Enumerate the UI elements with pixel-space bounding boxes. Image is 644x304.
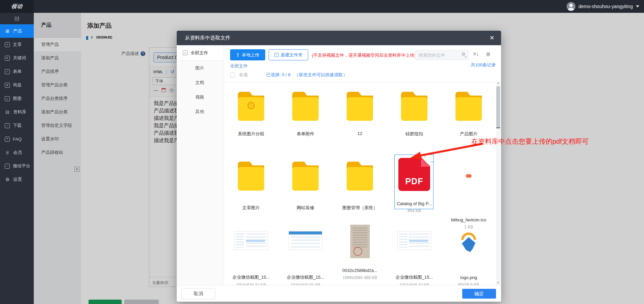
folder-thumbnail [401, 92, 427, 121]
folder-thumbnail [292, 92, 319, 121]
folder-thumbnail [238, 162, 264, 191]
sidebar-item-products[interactable]: ⊞产品 [0, 24, 34, 38]
file-name: 企业微信截图_15... [224, 274, 278, 280]
sidebar-item-faq[interactable]: ?FAQ [0, 132, 34, 146]
sidebar-item-settings[interactable]: ⚙设置 [0, 173, 34, 186]
sidebar-item-wechat[interactable]: ⋯微信平台 [0, 159, 34, 173]
local-upload-button[interactable]: ↥ 本地上传 [230, 49, 265, 60]
double-click-hint: （双击文件可以快速选取） [295, 72, 347, 78]
nav-item-videos[interactable]: 视频 [177, 90, 224, 104]
app-root: 产品 管理产品添加产品产品排序管理产品分类产品分类排序添加产品分类管理自定义字段… [0, 0, 644, 304]
file-item[interactable]: 企业微信截图_15...1004x538 32 KB [224, 225, 278, 287]
sidebar-item-articles[interactable]: ≡文章 [0, 38, 34, 51]
articles-icon: ≡ [5, 42, 10, 47]
file-item[interactable]: 企业微信截图_15...1004x538 32 KB [387, 225, 441, 287]
sidebar-item-label: 关键词 [13, 55, 26, 61]
modal-footer: 取消 确定 [177, 285, 501, 302]
members-icon: ♕ [5, 150, 10, 155]
new-folder-button[interactable]: + 新建文件夹 [269, 49, 308, 60]
confirm-button[interactable]: 确定 [462, 289, 496, 299]
folder-item[interactable]: 产品图片 [442, 89, 496, 137]
sidebar-items: ⊞产品≡文章K关键词✓表单¥询盘▵图册⊟资料库↓下载?FAQ♕会员⋯微信平台⚙设… [0, 24, 34, 186]
folder-item[interactable]: 硅胶纽扣 [387, 89, 441, 137]
file-name: 表单附件 [278, 131, 332, 137]
nav-item-documents[interactable]: 文档 [177, 75, 224, 90]
wechat-icon: ⋯ [5, 164, 10, 169]
folder-item[interactable]: 表单附件 [278, 89, 332, 137]
folder-thumbnail [347, 162, 373, 191]
file-picker-modal: 从资料库中选取文件 ✕ ≡ 全部文件 图片文档视频其他 ↥ 本地上传 + 新建文… [177, 31, 501, 302]
file-item-pdf[interactable]: PDFCatalog of Big P...954 KB [387, 155, 441, 213]
sidebar-item-label: 资料库 [13, 109, 26, 115]
topbar: 领动 demo-shouhou-yangyiting [0, 0, 644, 13]
modal-body: ↥ 本地上传 + 新建文件夹 (不支持视频文件，请开通视频空间后去资料库中上传)… [224, 45, 501, 285]
file-name: 12 [333, 131, 387, 136]
folder-item[interactable]: 图册管理（系统） [333, 155, 387, 211]
scrollbar-thumb[interactable] [496, 86, 500, 128]
username: demo-shouhou-yangyiting [578, 4, 633, 9]
sidebar: ⊞产品≡文章K关键词✓表单¥询盘▵图册⊟资料库↓下载?FAQ♕会员⋯微信平台⚙设… [0, 13, 34, 304]
file-item[interactable]: 企业微信截图_15...1920x920 91 KB [278, 225, 332, 287]
file-name: 网站装修 [278, 205, 332, 211]
sidebar-collapse-icon[interactable] [0, 13, 34, 24]
file-item[interactable]: bitbug_favicon.ico1 KB [442, 155, 496, 229]
app-logo: 领动 [11, 3, 23, 10]
sidebar-item-label: 询盘 [13, 82, 22, 88]
folder-item[interactable]: ⚙系统图片分组 [224, 89, 278, 137]
scroll-down-icon[interactable]: ∨ [496, 280, 500, 285]
scroll-up-icon[interactable]: ∧ [496, 81, 500, 86]
file-name: 0032c2588bd2a... [333, 268, 387, 273]
shot-list-thumbnail [234, 231, 268, 250]
upload-icon: ↥ [236, 52, 240, 57]
breadcrumb[interactable]: 全部文件 [230, 63, 248, 69]
close-icon[interactable]: ✕ [488, 34, 496, 43]
nav-item-others[interactable]: 其他 [177, 104, 224, 119]
inquiries-icon: ¥ [5, 83, 10, 88]
search-icon[interactable] [462, 53, 465, 56]
nav-item-images[interactable]: 图片 [177, 61, 224, 75]
folder-item[interactable]: 文章图片 [224, 155, 278, 211]
nav-item-all-files[interactable]: ≡ 全部文件 [177, 45, 224, 61]
user-menu[interactable]: demo-shouhou-yangyiting [567, 0, 639, 13]
file-name: logo.png [442, 275, 496, 280]
folder-item[interactable]: 12 [333, 89, 387, 136]
select-all-checkbox[interactable] [230, 73, 235, 78]
file-name: 企业微信截图_15... [278, 274, 332, 280]
file-name: 企业微信截图_15... [387, 274, 441, 280]
albums-icon: ▵ [5, 96, 10, 101]
sidebar-item-keywords[interactable]: K关键词 [0, 51, 34, 65]
modal-header: 从资料库中选取文件 ✕ [177, 31, 501, 45]
sidebar-item-forms[interactable]: ✓表单 [0, 65, 34, 78]
settings-icon: ⚙ [5, 177, 10, 182]
scrollbar[interactable]: ∧ ∨ [496, 81, 500, 285]
select-all-label: 全选 [239, 72, 248, 78]
records-count: 共100条记录 [471, 62, 496, 68]
folder-thumbnail [347, 92, 373, 121]
folder-item[interactable]: 网站装修 [278, 155, 332, 211]
keywords-icon: K [5, 56, 10, 61]
file-item[interactable]: logo.png60x59 6 KB [442, 225, 496, 287]
file-icon: ≡ [183, 50, 188, 55]
sidebar-item-downloads[interactable]: ↓下载 [0, 119, 34, 132]
list-view-icon[interactable]: ≣ [486, 51, 490, 57]
file-item[interactable]: 0032c2588bd2a...1599x2560 468 KB [333, 225, 387, 280]
cancel-button[interactable]: 取消 [181, 288, 215, 299]
modal-nav: ≡ 全部文件 图片文档视频其他 [177, 45, 224, 285]
modal-title: 从资料库中选取文件 [185, 35, 230, 41]
search-input[interactable] [415, 50, 468, 60]
products-icon: ⊞ [5, 28, 10, 34]
gear-icon: ⚙ [238, 99, 264, 112]
sidebar-item-label: 图册 [13, 95, 22, 102]
shot-list-thumbnail [397, 231, 431, 250]
selection-row: 全选 已选择: 0 / 8 （双击文件可以快速选取） [230, 72, 347, 78]
shot-admin-thumbnail [289, 231, 322, 250]
sidebar-item-inquiries[interactable]: ¥询盘 [0, 78, 34, 92]
doc-photo-thumbnail [350, 225, 370, 258]
sidebar-item-label: 设置 [13, 176, 22, 183]
sidebar-item-members[interactable]: ♕会员 [0, 146, 34, 159]
sort-icon[interactable]: ≡↓ [473, 51, 479, 57]
forms-icon: ✓ [5, 69, 10, 74]
folder-thumbnail [455, 92, 482, 121]
sidebar-item-library[interactable]: ⊟资料库 [0, 105, 34, 119]
sidebar-item-albums[interactable]: ▵图册 [0, 92, 34, 105]
